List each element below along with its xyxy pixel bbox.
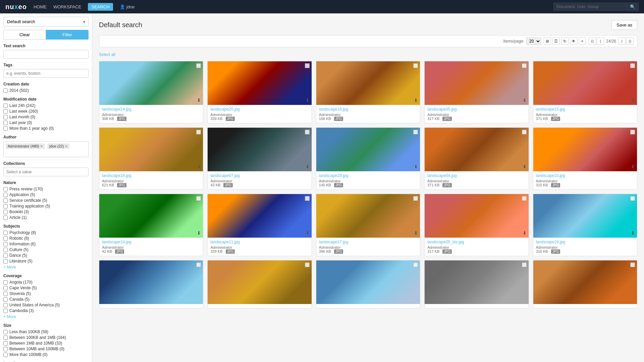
download-icon[interactable]: ⬇ xyxy=(306,98,310,103)
mod-last24h-checkbox[interactable] xyxy=(3,104,8,108)
author-tag-admin-remove[interactable]: × xyxy=(41,144,43,148)
image-select-checkbox[interactable] xyxy=(522,63,527,68)
coverage-cambodia-cb[interactable] xyxy=(3,309,8,313)
image-name[interactable]: landscape20.jpg xyxy=(210,107,309,112)
image-card[interactable]: ⬇ landscape28.jpg Administrator 145 KB J… xyxy=(316,127,420,190)
subject-culture-cb[interactable] xyxy=(3,248,8,252)
image-select-checkbox[interactable] xyxy=(522,262,527,267)
image-select-checkbox[interactable] xyxy=(630,262,635,267)
nature-application-cb[interactable] xyxy=(3,193,8,197)
add-column-icon[interactable]: + xyxy=(579,38,586,45)
image-select-checkbox[interactable] xyxy=(413,262,418,267)
text-search-input[interactable] xyxy=(3,50,89,59)
image-card[interactable]: ⬇ landscape20.jpg Administrator 339 KB J… xyxy=(207,61,312,123)
tags-input[interactable] xyxy=(3,69,89,78)
author-tag-jdoe-remove[interactable]: × xyxy=(65,144,67,148)
subject-robotic-cb[interactable] xyxy=(3,236,8,241)
image-card[interactable] xyxy=(424,260,529,308)
items-per-page-select[interactable]: 20 xyxy=(526,38,541,45)
image-name[interactable]: landscape04.jpg xyxy=(427,173,526,178)
image-card[interactable]: ⬇ landscape10.jpg Administrator 310 KB J… xyxy=(533,127,637,190)
image-name[interactable]: landscape17.jpg xyxy=(319,240,417,244)
image-select-checkbox[interactable] xyxy=(196,196,201,201)
size-10mb-100mb-cb[interactable] xyxy=(3,347,8,351)
image-name[interactable]: landscape28.jpg xyxy=(319,173,417,178)
subject-dance-cb[interactable] xyxy=(3,253,8,258)
image-select-checkbox[interactable] xyxy=(196,130,201,134)
download-icon[interactable]: ⬇ xyxy=(414,230,418,236)
coverage-canada-cb[interactable] xyxy=(3,297,8,302)
nav-workspace[interactable]: WORKSPACE xyxy=(53,4,82,9)
prev-page-button[interactable]: ⟨ xyxy=(597,38,604,45)
refresh-icon[interactable]: ↻ xyxy=(561,38,569,45)
image-card[interactable]: ⬇ landscape19.jpg Administrator 310 KB J… xyxy=(533,194,637,256)
download-icon[interactable]: ⬇ xyxy=(631,230,635,236)
size-more100mb-cb[interactable] xyxy=(3,353,8,357)
subjects-more-link[interactable]: + More xyxy=(3,265,89,269)
clear-button[interactable]: Clear xyxy=(3,30,46,40)
download-icon[interactable]: ⬇ xyxy=(414,164,418,169)
image-select-checkbox[interactable] xyxy=(305,262,310,267)
size-1mb-10mb-cb[interactable] xyxy=(3,341,8,346)
size-100kb-1mb-cb[interactable] xyxy=(3,336,8,340)
author-input[interactable] xyxy=(5,151,87,156)
global-search-button[interactable]: 🔍 xyxy=(627,3,639,11)
coverage-more-link[interactable]: + More xyxy=(3,314,89,319)
download-icon[interactable]: ⬇ xyxy=(197,230,201,236)
image-name[interactable]: landscape05_bis.jpg xyxy=(427,240,526,244)
mod-lastmonth-checkbox[interactable] xyxy=(3,115,8,119)
subject-literature-cb[interactable] xyxy=(3,259,8,263)
image-select-checkbox[interactable] xyxy=(413,130,418,134)
image-select-checkbox[interactable] xyxy=(522,130,527,134)
image-card[interactable] xyxy=(99,260,203,308)
image-card[interactable]: ⬇ landscape07.jpg Administrator 43 KB JP… xyxy=(207,127,312,190)
coverage-usa-cb[interactable] xyxy=(3,303,8,307)
download-icon[interactable]: ⬇ xyxy=(197,98,201,103)
image-select-checkbox[interactable] xyxy=(305,196,310,201)
image-name[interactable]: landscape07.jpg xyxy=(210,173,309,178)
image-card[interactable]: ⬇ landscape05_bis.jpg Administrator 317 … xyxy=(424,194,529,256)
collections-input[interactable] xyxy=(3,168,89,176)
image-name[interactable]: landscape15.jpg xyxy=(536,107,634,112)
nav-home[interactable]: HOME xyxy=(34,4,47,9)
last-page-button[interactable]: ⟩⟩ xyxy=(626,38,634,45)
download-icon[interactable]: ⬇ xyxy=(197,164,201,169)
search-type-select[interactable]: Default search xyxy=(3,17,89,26)
image-name[interactable]: landscape19.jpg xyxy=(536,240,634,244)
mod-lastyear-checkbox[interactable] xyxy=(3,121,8,125)
image-card[interactable]: ⬇ landscape05.jpg Administrator 317 KB J… xyxy=(424,61,529,123)
nature-article-cb[interactable] xyxy=(3,216,8,220)
image-select-checkbox[interactable] xyxy=(305,130,310,134)
image-name[interactable]: landscape05.jpg xyxy=(427,107,526,112)
image-card[interactable]: ⬇ landscape24.jpg Administrator 308 KB J… xyxy=(99,61,203,123)
image-select-checkbox[interactable] xyxy=(522,196,527,201)
image-select-checkbox[interactable] xyxy=(630,63,635,68)
image-card[interactable] xyxy=(533,260,637,308)
nature-booklet-cb[interactable] xyxy=(3,210,8,214)
subject-information-cb[interactable] xyxy=(3,242,8,246)
image-card[interactable]: ⬇ landscape17.jpg Administrator 396 KB J… xyxy=(316,194,420,256)
nav-user[interactable]: 👤 jdoe xyxy=(120,4,135,9)
image-name[interactable]: landscape10.jpg xyxy=(536,173,634,178)
download-icon[interactable]: ⬇ xyxy=(306,230,310,236)
image-name[interactable]: landscape18.jpg xyxy=(102,173,200,178)
image-card[interactable] xyxy=(207,260,312,308)
image-name[interactable]: landscape16.jpg xyxy=(319,107,417,112)
global-search-input[interactable] xyxy=(553,3,627,11)
download-icon[interactable]: ⬇ xyxy=(306,164,310,169)
coverage-cape-verde-cb[interactable] xyxy=(3,286,8,290)
download-icon[interactable]: ⬇ xyxy=(414,98,418,103)
select-all-link[interactable]: Select all xyxy=(99,52,115,57)
save-as-button[interactable]: Save as xyxy=(611,20,637,30)
image-name[interactable]: landscape24.jpg xyxy=(102,107,200,112)
image-select-checkbox[interactable] xyxy=(630,130,635,134)
app-logo[interactable]: nuxeo xyxy=(5,3,27,11)
coverage-slovenia-cb[interactable] xyxy=(3,292,8,296)
mod-morethan1year-checkbox[interactable] xyxy=(3,126,8,131)
download-icon[interactable]: ⬇ xyxy=(523,230,527,236)
image-select-checkbox[interactable] xyxy=(413,63,418,68)
image-select-checkbox[interactable] xyxy=(630,196,635,201)
first-page-button[interactable]: ⟨⟨ xyxy=(589,38,596,45)
filter-button[interactable]: Filter xyxy=(46,30,89,40)
image-card[interactable] xyxy=(316,260,420,308)
